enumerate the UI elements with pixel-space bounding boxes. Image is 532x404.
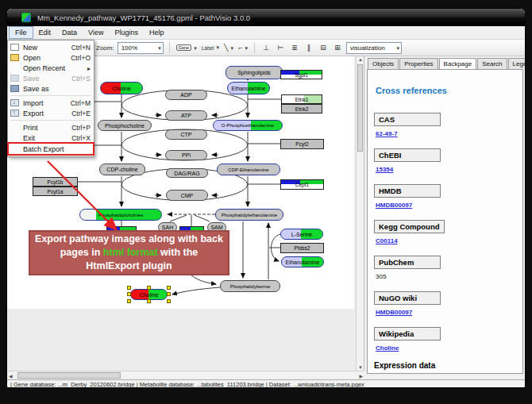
menubar-item-edit[interactable]: Edit <box>33 26 57 39</box>
selection-handle[interactable] <box>147 286 151 290</box>
visualization-combobox[interactable]: visualization <box>346 42 402 54</box>
menu-separator <box>10 120 91 121</box>
file-menu-item-new[interactable]: NewCtrl+N <box>8 42 94 52</box>
node-pcyt1b[interactable]: Pcyt1b <box>33 177 78 187</box>
node-atp[interactable]: ATP <box>165 110 207 121</box>
xref-link[interactable]: Choline <box>376 344 399 352</box>
xref-link[interactable]: HMDB00097 <box>376 202 412 209</box>
node-choline-bottom[interactable]: Choline <box>130 289 168 300</box>
menu-item-shortcut: Ctrl+X <box>71 134 91 142</box>
tab-properties[interactable]: Properties <box>399 58 438 69</box>
scroll-left-icon[interactable]: ◀ <box>9 373 13 379</box>
selection-handle[interactable] <box>127 299 131 303</box>
node-label: ADP <box>180 92 191 98</box>
file-menu-item-print[interactable]: PrintCtrl+P <box>8 122 94 133</box>
node-label: Etnk1 <box>295 97 309 102</box>
scroll-down-icon[interactable]: ▼ <box>358 365 363 370</box>
node-pcyt1a[interactable]: Pcyt1a <box>33 187 78 196</box>
xref-section-title: ChEBI <box>374 139 516 162</box>
selection-handle[interactable] <box>147 299 151 303</box>
tab-search[interactable]: Search <box>477 58 507 69</box>
node-phosphatidylethanolamine[interactable]: Phosphatidylethanolamine <box>215 209 283 221</box>
node-label: SAM <box>210 225 222 230</box>
xref-section: ChEBI15354 <box>374 139 516 173</box>
chevron-down-icon <box>156 44 161 52</box>
file-menu-item-open[interactable]: OpenCtrl+O <box>8 52 94 63</box>
tab-backpage[interactable]: Backpage <box>439 58 477 69</box>
tab-legend[interactable]: Legend <box>508 58 526 69</box>
xref-link[interactable]: HMDB00097 <box>376 309 412 316</box>
menu-item-label: Save as <box>23 85 91 93</box>
distribute-horizontal-button[interactable] <box>289 41 300 54</box>
node-o-phosphoethanolamine[interactable]: O-Phosphoethanolamine <box>213 120 283 131</box>
node-dag[interactable]: DAG/RAG <box>166 168 208 178</box>
node-label: ATP <box>181 113 191 118</box>
canvas-vertical-scrollbar[interactable]: ▲ ▼ <box>356 56 364 371</box>
file-menu-item-exit[interactable]: ExitCtrl+X <box>8 133 94 143</box>
node-phosphatidylcholines[interactable]: Phosphatidylcholines <box>79 209 162 221</box>
node-choline-top[interactable]: Choline <box>100 82 143 94</box>
selection-handle[interactable] <box>167 292 171 296</box>
node-sgpl1[interactable]: Sgpl1 <box>280 70 322 79</box>
node-ethanolamine-bottom[interactable]: Ethanolamine <box>281 256 324 267</box>
xref-link[interactable]: 15354 <box>376 166 393 173</box>
common-size-button[interactable] <box>318 41 329 54</box>
menubar-item-file[interactable]: File <box>9 26 33 39</box>
horizontal-scroll-thumb[interactable] <box>17 372 121 379</box>
xref-section: CAS62-49-7 <box>374 103 516 137</box>
align-vertical-button[interactable] <box>275 41 286 54</box>
add-gene-button[interactable]: Gene <box>175 41 198 54</box>
node-ethanolamine-top[interactable]: Ethanolamine <box>227 82 270 94</box>
vertical-scroll-thumb[interactable] <box>357 64 363 152</box>
node-phosphocholine[interactable]: Phosphocholine <box>98 120 152 131</box>
selection-handle[interactable] <box>127 286 131 290</box>
node-adp[interactable]: ADP <box>165 90 207 100</box>
distribute-vertical-button[interactable] <box>303 41 314 54</box>
align-horizontal-button[interactable] <box>260 41 272 54</box>
node-sphingolipids[interactable]: Sphingolipids <box>226 66 283 79</box>
selection-handle[interactable] <box>167 299 171 303</box>
selection-handle[interactable] <box>127 292 131 296</box>
xref-link[interactable]: C00114 <box>376 237 398 244</box>
file-menu-item-batch-export[interactable]: Batch Export <box>8 143 94 155</box>
xref-link[interactable]: 62-49-7 <box>376 130 398 137</box>
menubar-item-data[interactable]: Data <box>56 26 83 39</box>
node-cdp-choline[interactable]: CDP-choline <box>99 164 145 175</box>
node-l-serine[interactable]: L-Serine <box>280 229 323 240</box>
node-etnk1[interactable]: Etnk1 <box>281 94 322 104</box>
title-bar[interactable]: Mm_Kennedy_pathway_WP1771_45176.gpml - P… <box>7 9 525 26</box>
window-title: Mm_Kennedy_pathway_WP1771_45176.gpml - P… <box>37 13 250 22</box>
menubar-item-help[interactable]: Help <box>144 26 170 39</box>
stack-button[interactable] <box>332 41 343 54</box>
canvas-horizontal-scrollbar[interactable]: ◀ ▶ <box>7 371 364 379</box>
file-menu-item-import[interactable]: ImportCtrl+M <box>8 98 94 108</box>
scroll-up-icon[interactable]: ▲ <box>358 57 363 62</box>
menubar-item-view[interactable]: View <box>83 26 109 39</box>
node-ptdss2[interactable]: Ptdss2 <box>280 243 324 253</box>
menubar-item-plugins[interactable]: Plugins <box>109 26 144 39</box>
scroll-right-icon[interactable]: ▶ <box>359 373 363 379</box>
node-label: SAH <box>162 225 173 230</box>
file-menu-item-save-as[interactable]: Save as <box>8 83 94 94</box>
node-cmp[interactable]: CMP <box>166 190 208 201</box>
node-phosphatidylserine[interactable]: Phosphatidylserine <box>220 280 280 292</box>
connector-tool-button[interactable] <box>237 41 249 54</box>
label-node-icon: Label <box>202 45 214 51</box>
add-label-button[interactable]: Label <box>201 41 220 54</box>
tab-objects[interactable]: Objects <box>368 58 399 69</box>
selection-handle[interactable] <box>167 286 171 290</box>
node-cept1[interactable]: Cept1 <box>280 179 324 190</box>
file-menu-item-export[interactable]: ExportCtrl+E <box>8 108 94 118</box>
line-tool-button[interactable] <box>223 41 234 54</box>
file-menu-item-open-recent[interactable]: Open Recent <box>8 63 94 73</box>
node-ctp[interactable]: CTP <box>165 129 207 140</box>
node-pcyt2[interactable]: Pcyt2 <box>280 139 324 149</box>
xref-value-row: 15354 <box>376 166 516 173</box>
node-ppi[interactable]: PPi <box>165 150 207 160</box>
node-label: Pcyt2 <box>295 141 308 147</box>
node-etnk2[interactable]: Etnk2 <box>281 104 322 114</box>
zoom-combobox[interactable]: 100% <box>118 42 164 54</box>
menu-item-shortcut: Ctrl+S <box>71 75 91 83</box>
file-menu-item-save[interactable]: SaveCtrl+S <box>8 73 94 83</box>
node-cdp-ethanolamine[interactable]: CDP-Ethanolamine <box>217 164 280 175</box>
